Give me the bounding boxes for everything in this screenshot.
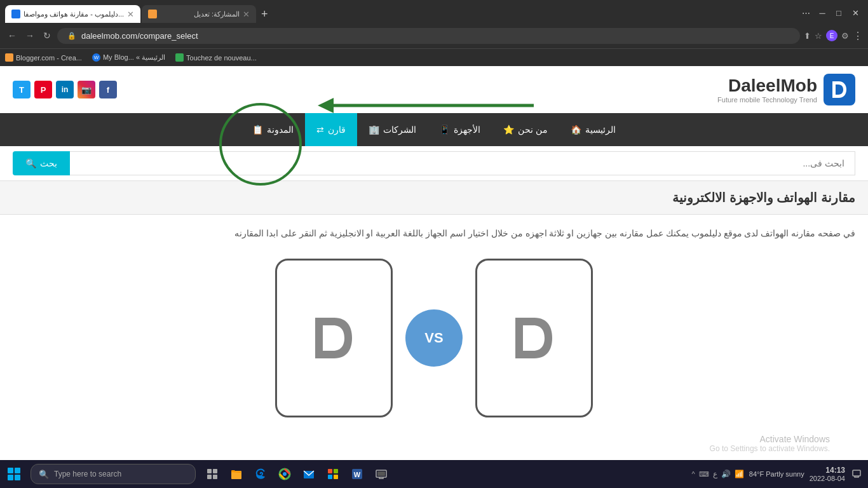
nav-item-companies[interactable]: الشركات 🏢: [357, 113, 428, 146]
edge-button[interactable]: [249, 463, 272, 485]
vs-circle: VS: [405, 309, 463, 367]
nav-item-devices[interactable]: الأجهزة 📱: [428, 113, 492, 146]
bookmark-touchez[interactable]: Touchez de nouveau...: [175, 53, 257, 62]
extensions-icon[interactable]: ⚙: [841, 31, 849, 41]
nav-bar: الرئيسية 🏠 من نحن ⭐ الأجهزة 📱: [0, 113, 868, 146]
clock[interactable]: 14:13 2022-08-04: [810, 466, 845, 482]
bookmark-myblog[interactable]: W My Blog... « الرئيسية: [92, 53, 165, 62]
devices-icon: 📱: [439, 125, 450, 135]
svg-rect-11: [334, 469, 338, 473]
windows-logo: [8, 468, 20, 480]
nav-item-home[interactable]: الرئيسية 🏠: [559, 113, 627, 146]
site-logo[interactable]: DaleelMob Future mobile Technology Trend: [717, 74, 855, 105]
windows-activate: Activate Windows Go to Settings to activ…: [710, 434, 830, 453]
facebook-icon[interactable]: f: [99, 81, 117, 98]
compare-label: قارن: [328, 125, 346, 135]
nav-back-button[interactable]: ←: [5, 28, 19, 43]
logo-tagline: Future mobile Technology Trend: [717, 96, 817, 104]
store-icon: [327, 468, 339, 480]
search-bar: بحث 🔍: [0, 146, 868, 180]
svg-rect-3: [213, 469, 217, 473]
search-button-icon: 🔍: [25, 158, 36, 168]
svg-point-8: [283, 472, 287, 476]
notification-icon: [851, 469, 862, 479]
nav-item-compare[interactable]: قارن ⇄: [305, 113, 357, 146]
browser-tab-1[interactable]: دليلموب - مقارنة هواتف ومواصفا... ✕: [5, 5, 140, 23]
phone-card-2[interactable]: [475, 259, 593, 417]
settings-button[interactable]: [370, 463, 393, 485]
task-view-icon: [206, 468, 219, 480]
profile-button[interactable]: E: [826, 30, 837, 41]
bookmark-blogger[interactable]: Blogger.com - Crea...: [5, 53, 82, 62]
window-close-button[interactable]: ✕: [848, 5, 863, 20]
phone-card-1[interactable]: [275, 259, 393, 417]
address-bar[interactable]: 🔒 daleelmob.com/compare_select: [57, 28, 800, 44]
word-button[interactable]: W: [346, 463, 369, 485]
about-icon: ⭐: [503, 125, 514, 135]
search-button-label: بحث: [40, 158, 57, 168]
description-text: في صفحه مقارنه الهواتف لدى موقع دليلموب …: [13, 225, 855, 242]
search-input[interactable]: [70, 151, 855, 175]
window-minimize-button[interactable]: ─: [815, 5, 830, 20]
nav-wrapper: الرئيسية 🏠 من نحن ⭐ الأجهزة 📱: [0, 113, 868, 146]
compare-icon: ⇄: [316, 125, 324, 135]
nav-item-about[interactable]: من نحن ⭐: [492, 113, 559, 146]
bookmark-star-icon[interactable]: ☆: [815, 31, 822, 41]
volume-icon[interactable]: 🔊: [721, 470, 731, 478]
tab2-close[interactable]: ✕: [243, 10, 250, 19]
svg-rect-12: [328, 475, 332, 479]
tab1-close[interactable]: ✕: [127, 10, 134, 19]
share-icon[interactable]: ⬆: [804, 31, 811, 41]
search-button[interactable]: بحث 🔍: [13, 151, 70, 175]
mail-button[interactable]: [297, 463, 320, 485]
blogger-favicon: [5, 53, 13, 62]
twitter-icon[interactable]: T: [13, 81, 31, 98]
store-button[interactable]: [322, 463, 344, 485]
svg-text:W: W: [354, 471, 361, 478]
nav-refresh-button[interactable]: ↻: [41, 28, 53, 43]
svg-rect-4: [207, 475, 212, 479]
task-view-button[interactable]: [201, 463, 224, 485]
chrome-icon: [278, 468, 291, 480]
myblog-favicon: W: [92, 53, 100, 62]
taskbar-search-text: Type here to search: [54, 470, 121, 478]
new-tab-button[interactable]: +: [256, 5, 273, 23]
page-title: مقارنة الهواتف والاجهزة الالكترونية: [672, 191, 855, 205]
svg-rect-2: [207, 469, 212, 473]
svg-rect-13: [334, 475, 338, 479]
touchez-favicon: [175, 53, 184, 62]
nav-item-blog[interactable]: المدونة 📋: [241, 113, 305, 146]
window-maximize-button[interactable]: □: [831, 5, 846, 20]
window-menu-button[interactable]: ⋯: [798, 5, 813, 20]
start-button[interactable]: [0, 460, 28, 488]
home-label: الرئيسية: [585, 125, 616, 135]
word-icon: W: [351, 468, 363, 480]
mail-icon: [302, 468, 315, 480]
taskbar-search-box[interactable]: 🔍 Type here to search: [31, 464, 196, 484]
date-display: 2022-08-04: [810, 475, 845, 482]
instagram-icon[interactable]: 📷: [78, 81, 95, 98]
devices-label: الأجهزة: [454, 125, 480, 135]
network-icon[interactable]: 📶: [735, 470, 744, 478]
description-section: في صفحه مقارنه الهواتف لدى موقع دليلموب …: [0, 215, 868, 252]
browser-tab-2[interactable]: المشاركة: تعديل ✕: [142, 5, 256, 23]
file-explorer-button[interactable]: [225, 463, 248, 485]
home-icon: 🏠: [571, 125, 581, 135]
bookmark-blogger-label: Blogger.com - Crea...: [16, 54, 82, 62]
blog-icon: 📋: [252, 125, 263, 135]
tab2-favicon: [148, 10, 157, 18]
tray-expand-icon[interactable]: ^: [692, 470, 695, 478]
chrome-button[interactable]: [273, 463, 296, 485]
linkedin-icon[interactable]: in: [56, 81, 74, 98]
svg-rect-10: [328, 469, 332, 473]
about-label: من نحن: [518, 125, 548, 135]
time-display: 14:13: [825, 466, 845, 475]
nav-items: الرئيسية 🏠 من نحن ⭐ الأجهزة 📱: [241, 113, 627, 146]
nav-forward-button[interactable]: →: [23, 28, 37, 43]
taskbar-apps: W: [201, 463, 393, 485]
weather-info: 84°F Partly sunny: [749, 470, 804, 478]
notification-center-button[interactable]: [850, 468, 863, 480]
vs-label: VS: [424, 330, 443, 346]
chrome-menu-icon[interactable]: ⋮: [853, 30, 863, 42]
pinterest-icon[interactable]: P: [34, 81, 52, 98]
